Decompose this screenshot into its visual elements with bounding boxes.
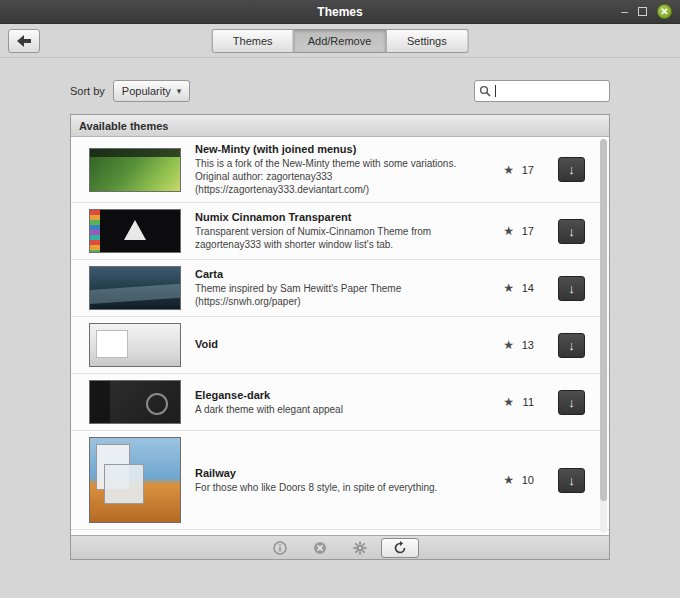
star-icon: ★ [503, 163, 514, 177]
search-icon [479, 85, 491, 97]
download-icon: ↓ [568, 162, 575, 177]
thumbnail-window [104, 464, 144, 504]
available-themes-panel: Available themes New-Minty (with joined … [70, 114, 610, 560]
download-icon: ↓ [568, 395, 575, 410]
star-icon: ★ [503, 338, 514, 352]
close-button[interactable]: ✕ [657, 4, 672, 19]
close-circle-icon [313, 541, 327, 555]
search-input[interactable] [500, 85, 600, 97]
tab-themes[interactable]: Themes [212, 29, 294, 53]
download-icon: ↓ [568, 224, 575, 239]
panel-header: Available themes [71, 115, 609, 137]
scrollbar[interactable] [600, 139, 607, 533]
list-item[interactable]: Carta Theme inspired by Sam Hewitt's Pap… [71, 260, 609, 317]
theme-thumbnail [89, 148, 181, 192]
gear-icon [353, 541, 367, 555]
thumbnail-stripes [90, 210, 100, 252]
theme-description: A dark theme with elegant appeal [195, 403, 489, 416]
theme-thumbnail [89, 323, 181, 367]
star-count: 17 [518, 225, 534, 237]
theme-title: Numix Cinnamon Transparent [195, 211, 489, 223]
star-count: 10 [518, 474, 534, 486]
theme-title: Eleganse-dark [195, 389, 489, 401]
chevron-down-icon: ▾ [177, 86, 182, 96]
themes-window: Themes – ✕ Themes Add/Remove Settings So… [0, 0, 680, 598]
theme-title: Railway [195, 467, 489, 479]
search-box[interactable] [474, 80, 610, 102]
download-button[interactable]: ↓ [558, 276, 585, 301]
sort-dropdown-value: Popularity [122, 85, 171, 97]
theme-thumbnail [89, 380, 181, 424]
bottom-toolbar [71, 535, 609, 559]
theme-title: New-Minty (with joined menus) [195, 143, 489, 155]
tab-settings[interactable]: Settings [386, 29, 468, 53]
download-icon: ↓ [568, 338, 575, 353]
thumbnail-sidebar [90, 381, 110, 423]
download-icon: ↓ [568, 281, 575, 296]
download-button[interactable]: ↓ [558, 390, 585, 415]
download-icon: ↓ [568, 473, 575, 488]
settings-button[interactable] [341, 538, 379, 558]
info-button[interactable] [261, 538, 299, 558]
star-icon: ★ [503, 395, 514, 409]
refresh-button[interactable] [381, 538, 419, 558]
scrollbar-thumb[interactable] [600, 139, 607, 501]
maximize-button[interactable] [638, 7, 647, 16]
list-item[interactable]: Numix Cinnamon Transparent Transparent v… [71, 203, 609, 260]
back-button[interactable] [8, 29, 40, 53]
list-item[interactable]: Void ★ 13 ↓ [71, 317, 609, 374]
filter-row: Sort by Popularity ▾ [70, 80, 610, 102]
tab-add-remove[interactable]: Add/Remove [294, 29, 387, 53]
star-count: 11 [518, 396, 534, 408]
theme-description: Theme inspired by Sam Hewitt's Paper The… [195, 282, 489, 308]
star-icon: ★ [503, 281, 514, 295]
uninstall-button[interactable] [301, 538, 339, 558]
star-icon: ★ [503, 473, 514, 487]
tab-bar: Themes Add/Remove Settings [212, 29, 469, 53]
theme-description: For those who like Doors 8 style, in spi… [195, 481, 489, 494]
theme-description: Transparent version of Numix-Cinnamon Th… [195, 225, 489, 251]
arch-logo [124, 220, 146, 240]
theme-description: This is a fork of the New-Minty theme wi… [195, 157, 489, 196]
sort-by-label: Sort by [70, 85, 105, 97]
text-caret [495, 85, 496, 97]
star-count: 14 [518, 282, 534, 294]
theme-title: Carta [195, 268, 489, 280]
theme-title: Void [195, 338, 489, 350]
star-count: 13 [518, 339, 534, 351]
theme-thumbnail [89, 266, 181, 310]
star-count: 17 [518, 164, 534, 176]
download-button[interactable]: ↓ [558, 157, 585, 182]
download-button[interactable]: ↓ [558, 219, 585, 244]
titlebar-controls: – ✕ [621, 4, 680, 19]
toolbar: Themes Add/Remove Settings [0, 24, 680, 58]
content-area: Sort by Popularity ▾ Available themes [0, 58, 680, 560]
info-icon [273, 541, 287, 555]
sort-dropdown[interactable]: Popularity ▾ [113, 80, 190, 102]
theme-thumbnail [89, 209, 181, 253]
list-item[interactable]: New-Minty (with joined menus) This is a … [71, 137, 609, 203]
theme-thumbnail [89, 437, 181, 523]
star-icon: ★ [503, 224, 514, 238]
list-item[interactable]: Eleganse-dark A dark theme with elegant … [71, 374, 609, 431]
back-arrow-icon [17, 35, 31, 47]
download-button[interactable]: ↓ [558, 468, 585, 493]
list-item[interactable]: Railway For those who like Doors 8 style… [71, 431, 609, 530]
minimize-button[interactable]: – [621, 6, 628, 18]
refresh-icon [393, 541, 407, 555]
titlebar: Themes – ✕ [0, 0, 680, 24]
window-title: Themes [0, 5, 680, 19]
themes-list: New-Minty (with joined menus) This is a … [71, 137, 609, 535]
download-button[interactable]: ↓ [558, 333, 585, 358]
